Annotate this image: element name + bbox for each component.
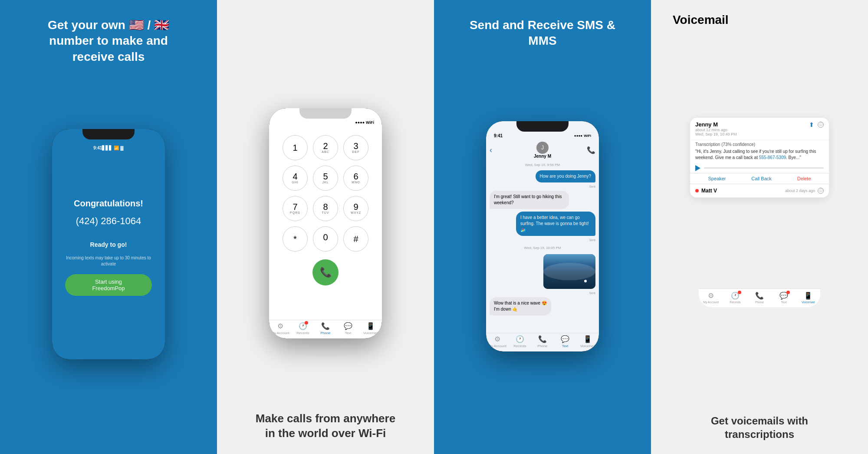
tab-text-label: Text (345, 331, 352, 335)
dial-9[interactable]: 9WXYZ (343, 196, 368, 221)
tab-recents-3-label: Recents (513, 344, 526, 348)
tab-recents-4[interactable]: 🕐 Recents (723, 292, 747, 304)
wave-visual (543, 254, 595, 289)
wifi-3: WiFi (584, 134, 591, 138)
phone-number-display: (424) 286-1064 (76, 215, 141, 227)
play-icon[interactable] (695, 165, 700, 171)
text-badge-4 (786, 291, 790, 294)
start-button[interactable]: Start using FreedomPop (65, 274, 152, 296)
phone-3-wrap: 9:41 ●●●● WiFi ‹ J Jenny M 📞 (486, 121, 599, 351)
tab-phone-4[interactable]: 📞 Phone (747, 292, 772, 304)
vm-contact-1-name: Jenny M (695, 121, 809, 128)
surfer-dot (584, 280, 587, 282)
phone-2-inner: ●●●● WiFi 1 2ABC 3DEF 4GHI 5JKL 6MNO 7PQ… (269, 108, 382, 338)
contact-name: Jenny M (534, 154, 551, 159)
dialer-grid: 1 2ABC 3DEF 4GHI 5JKL 6MNO 7PQRS 8TUV 9W… (283, 135, 368, 252)
img-sent: Sent (490, 292, 595, 295)
tab-recents[interactable]: 🕐 Recents (292, 322, 314, 335)
account-icon-3: ⚙ (494, 335, 500, 343)
voicemail-icon: 📱 (366, 322, 375, 330)
tab-phone-3[interactable]: 📞 Phone (531, 335, 554, 348)
tab-bar-2: ⚙ My Account 🕐 Recents 📞 Phone 💬 T (269, 320, 382, 338)
screen-3: 9:41 ●●●● WiFi ‹ J Jenny M 📞 (486, 121, 599, 351)
phone-1-frame: 9:41 ▋▋▋ 📶 ▓ Congratulations! (424) 286-… (52, 129, 165, 359)
screen-2: 1 2ABC 3DEF 4GHI 5JKL 6MNO 7PQRS 8TUV 9W… (269, 126, 382, 320)
tab-voicemail-3-label: Voicemail (580, 344, 595, 348)
vm-contact-2-name: Matt V (701, 188, 783, 194)
info-icon-1[interactable]: ⓘ (818, 122, 824, 128)
call-button[interactable]: 📞 (312, 259, 339, 285)
wifi-indicator: WiFi (366, 120, 374, 125)
msg-3: I have a better idea, we can go surfing.… (516, 212, 595, 236)
msg-3-sent: Sent (490, 239, 595, 242)
phone-tab-icon: 📞 (321, 322, 330, 330)
status-right-3: ●●●● WiFi (574, 134, 591, 138)
dial-5[interactable]: 5JKL (313, 166, 338, 191)
dial-7[interactable]: 7PQRS (283, 196, 308, 221)
dial-1[interactable]: 1 (283, 135, 308, 160)
recents-icon-3: 🕐 (516, 335, 524, 343)
tab-voicemail-label: Voicemail (363, 331, 378, 335)
vm-date: Wed, Sep 19, 10:40 PM (695, 132, 809, 136)
unread-dot (695, 189, 699, 192)
tab-voicemail-3[interactable]: 📱 Voicemail (576, 335, 599, 348)
tab-recents-4-label: Recents (730, 301, 741, 304)
status-right-1: ▋▋▋ 📶 ▓ (102, 146, 123, 150)
tab-phone[interactable]: 📞 Phone (314, 322, 337, 335)
tab-phone-label: Phone (320, 331, 330, 335)
phone-4-mini: ⚙ My Account 🕐 Recents 📞 Phone 💬 Text (699, 288, 820, 323)
dial-8[interactable]: 8TUV (313, 196, 338, 221)
delete-button[interactable]: Delete (797, 176, 811, 181)
signal-3: ●●●● (574, 134, 582, 138)
tab-voicemail-4[interactable]: 📱 Voicemail (796, 292, 820, 304)
phone-1-notch (82, 129, 135, 139)
phone-1-wrap: 9:41 ▋▋▋ 📶 ▓ Congratulations! (424) 286-… (52, 129, 165, 359)
dial-2[interactable]: 2ABC (313, 135, 338, 160)
panel-3-headline: Send and Receive SMS & MMS (467, 17, 618, 49)
msg-2: I'm great! Still want to go hiking this … (490, 191, 569, 209)
tab-account-4[interactable]: ⚙ My Account (699, 292, 723, 304)
tab-text-3[interactable]: 💬 Text (554, 335, 576, 348)
tab-text[interactable]: 💬 Text (337, 322, 359, 335)
phone-3-inner: 9:41 ●●●● WiFi ‹ J Jenny M 📞 (486, 121, 599, 351)
info-icon-2[interactable]: ⓘ (818, 188, 824, 194)
voicemail-title: Voicemail (673, 13, 846, 27)
panel-4: Voicemail Jenny M about 12 mins ago Wed,… (651, 0, 868, 454)
tab-account-3[interactable]: ⚙ My Account (486, 335, 509, 348)
back-icon[interactable]: ‹ (490, 146, 492, 155)
voicemail-icon-3: 📱 (583, 335, 592, 343)
vm-play-row (690, 163, 829, 173)
msg-contact: J Jenny M (534, 142, 551, 159)
signal-bars: ●●●● (355, 120, 365, 125)
text-icon: 💬 (344, 322, 352, 330)
dial-star[interactable]: * (283, 226, 308, 252)
vm-contact-2: Matt V about 2 days ago ⓘ (690, 184, 829, 198)
account-icon-4: ⚙ (708, 292, 714, 300)
phone-2-frame: ●●●● WiFi 1 2ABC 3DEF 4GHI 5JKL 6MNO 7PQ… (269, 108, 382, 338)
dial-6[interactable]: 6MNO (343, 166, 368, 191)
voicemail-icon-4: 📱 (804, 292, 812, 300)
tab-voicemail-4-label: Voicemail (802, 301, 815, 304)
tab-text-4[interactable]: 💬 Text (772, 292, 796, 304)
dial-0[interactable]: 0· (313, 226, 338, 252)
status-time-3: 9:41 (494, 133, 503, 138)
tab-bar-3: ⚙ My Account 🕐 Recents 📞 Phone 💬 (486, 333, 599, 351)
dial-hash[interactable]: # (343, 226, 368, 252)
tab-text-3-label: Text (562, 344, 569, 348)
speaker-button[interactable]: Speaker (708, 176, 726, 181)
messages-list: How are you doing Jenny? Sent I'm great!… (486, 169, 599, 333)
tab-my-account[interactable]: ⚙ My Account (269, 322, 292, 335)
incoming-text: Incoming texts may take up to 30 minutes… (65, 255, 152, 267)
msg-4: Wow that is a nice wave 😍I'm down 🤙 (490, 297, 551, 315)
tab-voicemail[interactable]: 📱 Voicemail (359, 322, 382, 335)
callback-button[interactable]: Call Back (751, 176, 771, 181)
transcript-text: "Hi, it's Jenny. Just calling to see if … (690, 148, 829, 163)
phone-link[interactable]: 555-867-5309 (759, 155, 786, 160)
progress-bar (704, 167, 824, 169)
call-contact-icon[interactable]: 📞 (587, 146, 595, 154)
tab-recents-3[interactable]: 🕐 Recents (509, 335, 531, 348)
dial-3[interactable]: 3DEF (343, 135, 368, 160)
dial-4[interactable]: 4GHI (283, 166, 308, 191)
share-icon[interactable]: ⬆ (809, 121, 814, 128)
phone-3-notch (516, 121, 569, 132)
